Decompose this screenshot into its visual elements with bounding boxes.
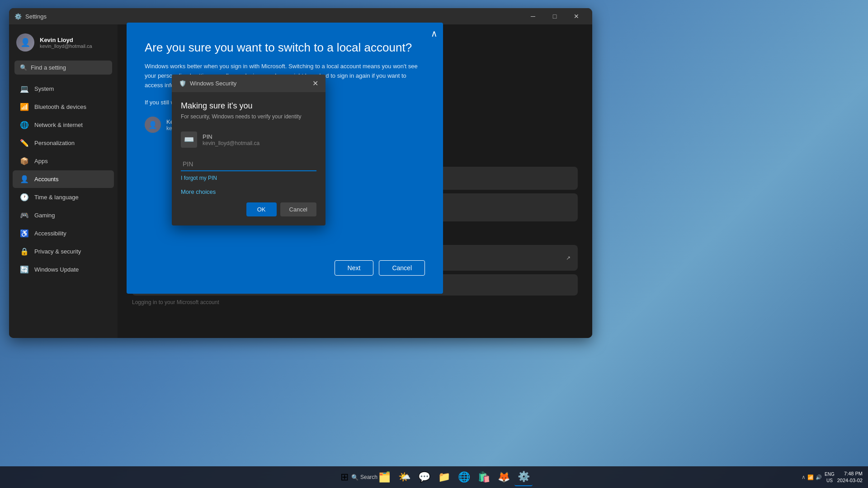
- sidebar-user-email: kevin_lloyd@hotmail.ca: [40, 43, 110, 49]
- more-choices-link[interactable]: More choices: [181, 188, 316, 195]
- security-close-button[interactable]: ✕: [312, 79, 318, 88]
- taskbar-store-button[interactable]: 🛍️: [475, 468, 493, 486]
- avatar: 👤: [16, 33, 34, 52]
- pin-label: PIN: [203, 133, 259, 140]
- shield-icon: 🛡️: [179, 80, 186, 87]
- taskbar-taskview-button[interactable]: 🗂️: [375, 468, 393, 486]
- sidebar-item-personalization[interactable]: ✏️ Personalization: [13, 134, 114, 152]
- sidebar-item-network[interactable]: 🌐 Network & internet: [13, 116, 114, 134]
- sidebar-item-update[interactable]: 🔄 Windows Update: [13, 261, 114, 278]
- close-button[interactable]: ✕: [566, 9, 587, 23]
- dialog-footer: Next Cancel: [145, 260, 425, 276]
- sidebar-item-label: Bluetooth & devices: [34, 103, 86, 110]
- pin-info: PIN kevin_lloyd@hotmail.ca: [203, 133, 259, 146]
- security-header-left: 🛡️ Windows Security: [179, 80, 236, 87]
- accounts-icon: 👤: [20, 175, 29, 183]
- privacy-icon: 🔒: [20, 247, 29, 256]
- external-link-icon: ↗: [566, 255, 571, 261]
- security-dialog: 🛡️ Windows Security ✕ Making sure it's y…: [172, 75, 326, 225]
- sidebar-user-info: Kevin Lloyd kevin_lloyd@hotmail.ca: [40, 37, 110, 49]
- search-icon: 🔍: [20, 64, 27, 71]
- system-icon: 💻: [20, 84, 29, 93]
- taskbar-edge-button[interactable]: 🌐: [455, 468, 473, 486]
- pin-input[interactable]: [181, 158, 316, 171]
- login-status: Logging in to your Microsoft account: [132, 299, 578, 305]
- sidebar-item-system[interactable]: 💻 System: [13, 80, 114, 98]
- local-account-title: Are you sure you want to switch to a loc…: [145, 41, 425, 55]
- network-icon: 🌐: [20, 121, 29, 129]
- security-header-title: Windows Security: [190, 80, 236, 87]
- taskbar-settings-button[interactable]: ⚙️: [514, 468, 533, 486]
- language-indicator: ENG US: [825, 471, 835, 484]
- sidebar: 👤 Kevin Lloyd kevin_lloyd@hotmail.ca 🔍 F…: [9, 24, 118, 338]
- security-footer: OK Cancel: [181, 202, 316, 216]
- desktop: ⚙️ Settings ─ □ ✕ 👤 Kevin Lloyd kevin_: [0, 0, 868, 488]
- collapse-button[interactable]: ∧: [431, 28, 438, 39]
- pin-input-row: [181, 158, 316, 171]
- sidebar-item-apps[interactable]: 📦 Apps: [13, 152, 114, 170]
- update-icon: 🔄: [20, 265, 29, 274]
- personalization-icon: ✏️: [20, 139, 29, 147]
- sidebar-item-gaming[interactable]: 🎮 Gaming: [13, 206, 114, 224]
- volume-icon: 🔊: [816, 474, 822, 480]
- sidebar-item-label: Time & language: [34, 194, 79, 201]
- titlebar: ⚙️ Settings ─ □ ✕: [9, 8, 592, 24]
- cancel-button[interactable]: Cancel: [379, 260, 425, 276]
- security-subtitle: For security, Windows needs to verify yo…: [181, 113, 316, 120]
- sidebar-item-label: Privacy & security: [34, 248, 81, 255]
- apps-icon: 📦: [20, 157, 29, 165]
- settings-app-icon: ⚙️: [14, 13, 22, 20]
- sidebar-item-label: Accounts: [34, 176, 58, 183]
- clock-time: 7:48 PM: [837, 470, 863, 477]
- titlebar-controls: ─ □ ✕: [523, 9, 587, 23]
- sidebar-item-label: Accessibility: [34, 230, 66, 237]
- titlebar-left: ⚙️ Settings: [14, 13, 47, 20]
- minimize-button[interactable]: ─: [523, 9, 543, 23]
- gaming-icon: 🎮: [20, 211, 29, 220]
- clock-date: 2024-03-02: [837, 477, 863, 484]
- taskbar-right: ∧ 📶 🔊 ENG US 7:48 PM 2024-03-02: [802, 470, 868, 484]
- cancel-sec-button[interactable]: Cancel: [280, 202, 316, 216]
- ok-button[interactable]: OK: [246, 202, 277, 216]
- time-icon: 🕐: [20, 193, 29, 202]
- network-status-icon: 📶: [807, 474, 814, 480]
- sidebar-item-time[interactable]: 🕐 Time & language: [13, 188, 114, 206]
- sidebar-item-accessibility[interactable]: ♿ Accessibility: [13, 225, 114, 242]
- sidebar-item-label: System: [34, 85, 54, 92]
- sidebar-item-label: Windows Update: [34, 266, 79, 273]
- sidebar-search-container[interactable]: 🔍 Find a setting: [14, 61, 112, 75]
- sidebar-item-label: Gaming: [34, 212, 55, 219]
- forgot-pin-link[interactable]: I forgot my PIN: [181, 175, 316, 181]
- sidebar-item-label: Personalization: [34, 140, 75, 146]
- avatar-image: 👤: [16, 33, 34, 52]
- chevron-up-icon[interactable]: ∧: [802, 474, 806, 480]
- sidebar-item-label: Network & internet: [34, 122, 83, 128]
- dialog-user-avatar: 👤: [145, 117, 161, 133]
- taskbar-firefox-button[interactable]: 🦊: [495, 468, 513, 486]
- taskbar-widgets-button[interactable]: 🌤️: [395, 468, 413, 486]
- pin-option: ⌨️ PIN kevin_lloyd@hotmail.ca: [181, 127, 316, 152]
- taskbar-files-button[interactable]: 📁: [435, 468, 453, 486]
- security-title: Making sure it's you: [181, 101, 316, 111]
- taskbar-center: ⊞ 🔍 Search 🗂️ 🌤️ 💬 📁 🌐 🛍️ 🦊 ⚙️: [335, 468, 533, 486]
- pin-icon: ⌨️: [181, 131, 197, 148]
- sidebar-user: 👤 Kevin Lloyd kevin_lloyd@hotmail.ca: [9, 28, 118, 57]
- accessibility-icon: ♿: [20, 229, 29, 238]
- next-button[interactable]: Next: [335, 260, 374, 276]
- taskbar-teams-button[interactable]: 💬: [415, 468, 433, 486]
- security-content: Making sure it's you For security, Windo…: [172, 92, 326, 225]
- sidebar-item-label: Apps: [34, 158, 48, 164]
- pin-account: kevin_lloyd@hotmail.ca: [203, 140, 259, 146]
- taskbar-time[interactable]: 7:48 PM 2024-03-02: [837, 470, 863, 484]
- window-title: Settings: [25, 13, 47, 20]
- sidebar-item-bluetooth[interactable]: 📶 Bluetooth & devices: [13, 98, 114, 116]
- maximize-button[interactable]: □: [544, 9, 565, 23]
- taskbar: ⊞ 🔍 Search 🗂️ 🌤️ 💬 📁 🌐 🛍️ 🦊 ⚙️ ∧ 📶 🔊 ENG…: [0, 466, 868, 488]
- search-placeholder: Find a setting: [31, 64, 66, 71]
- bluetooth-icon: 📶: [20, 103, 29, 111]
- sidebar-item-privacy[interactable]: 🔒 Privacy & security: [13, 243, 114, 260]
- systray: ∧ 📶 🔊: [802, 474, 822, 480]
- sidebar-user-name: Kevin Lloyd: [40, 37, 110, 43]
- sidebar-item-accounts[interactable]: 👤 Accounts: [13, 170, 114, 188]
- taskbar-search-button[interactable]: 🔍 Search: [355, 468, 373, 486]
